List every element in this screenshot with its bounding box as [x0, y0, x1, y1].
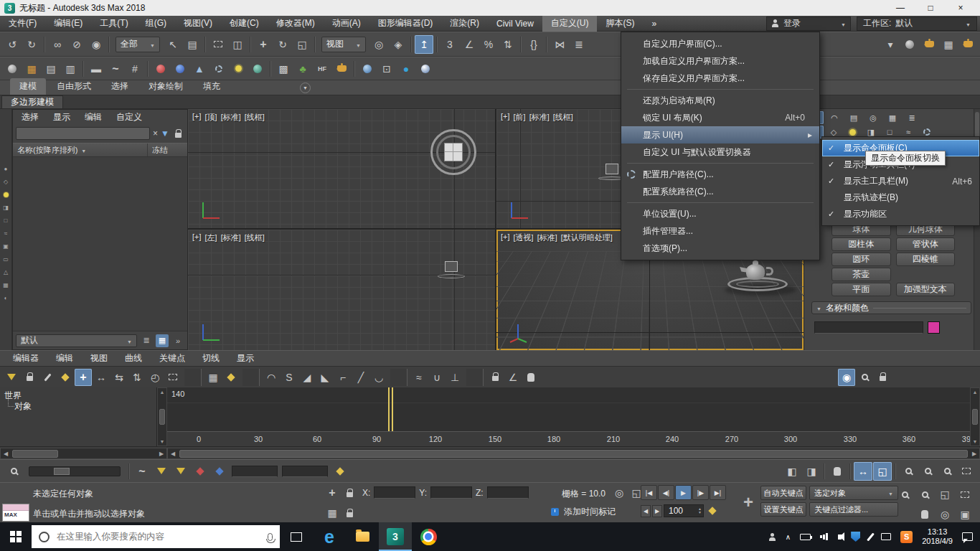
- schematic-view-icon[interactable]: #: [126, 60, 144, 78]
- name-color-rollout-header[interactable]: 名称和颜色: [811, 301, 971, 314]
- tree-item-objects[interactable]: 对象: [14, 401, 156, 412]
- button-teapot[interactable]: 茶壶: [831, 268, 891, 281]
- menubar-overflow[interactable]: »: [643, 16, 665, 32]
- value-slider[interactable]: [29, 466, 121, 476]
- monitor-icon[interactable]: ⊡: [377, 60, 396, 78]
- mce-menu-curves[interactable]: 曲线: [116, 352, 151, 364]
- menu-create[interactable]: 创建(C): [221, 16, 268, 32]
- viewport-label-part[interactable]: [线框]: [245, 232, 265, 243]
- scale-keys-icon[interactable]: ⇆: [110, 369, 128, 386]
- percent-snap-toggle-icon[interactable]: %: [479, 35, 498, 54]
- search-input[interactable]: [55, 531, 262, 542]
- object-name-field[interactable]: [814, 321, 923, 334]
- blue-sphere-icon[interactable]: [171, 60, 189, 78]
- network-button[interactable]: [820, 533, 829, 540]
- display-helpers-icon[interactable]: □: [1, 215, 11, 225]
- menu-customize[interactable]: 自定义(U): [542, 16, 598, 32]
- minimize-button[interactable]: —: [885, 0, 915, 16]
- menu-item[interactable]: [627, 202, 814, 203]
- use-pivot-point-center-icon[interactable]: ◎: [369, 35, 388, 54]
- object-color-swatch[interactable]: [928, 321, 940, 334]
- snaps-toggle-icon[interactable]: 3: [440, 35, 459, 54]
- x-coordinate-field[interactable]: [374, 486, 415, 499]
- menu-edit[interactable]: 编辑(E): [45, 16, 91, 32]
- polygon-modeling-tab[interactable]: 多边形建模: [1, 95, 63, 108]
- key-set-icon[interactable]: ◨: [802, 462, 821, 481]
- go-to-end-button[interactable]: ▶|: [710, 485, 726, 500]
- file-explorer-button[interactable]: [346, 522, 379, 551]
- menu-item-units-setup[interactable]: 单位设置(U)...: [621, 205, 819, 222]
- teapot-render-icon[interactable]: [332, 60, 351, 78]
- viewport-label-part[interactable]: [+]: [501, 112, 510, 123]
- zoom-all-icon[interactable]: [915, 485, 934, 504]
- layer-hierarchy-icon[interactable]: ▦: [156, 334, 169, 347]
- key-mode-toggle-icon[interactable]: [705, 504, 720, 517]
- scene-explorer-icon[interactable]: ▥: [61, 60, 80, 78]
- menu-item-show-ui[interactable]: 显示 UI(H): [621, 126, 819, 143]
- display-groups-icon[interactable]: ▣: [1, 241, 11, 251]
- parameter-curves-icon[interactable]: ≈: [410, 369, 428, 386]
- spinner-snap-toggle-icon[interactable]: ⇅: [499, 35, 517, 54]
- key-value-field[interactable]: [282, 466, 328, 477]
- display-floater-icon[interactable]: ▦: [22, 60, 41, 78]
- explorer-menu-display[interactable]: 显示: [46, 111, 77, 123]
- maximize-viewport-toggle-icon[interactable]: ▣: [956, 505, 974, 524]
- sogou-input-button[interactable]: S: [900, 531, 913, 543]
- menu-item-configure-system-paths[interactable]: 配置系统路径(C)...: [621, 183, 819, 200]
- select-by-name-icon[interactable]: ▤: [183, 35, 202, 54]
- toolbar-icon[interactable]: [354, 61, 355, 77]
- rendered-frame-window-icon[interactable]: ▦: [939, 35, 958, 54]
- next-key-button[interactable]: ▶: [652, 505, 662, 517]
- viewport-label-part[interactable]: [+]: [192, 232, 202, 243]
- isolate-curve-icon[interactable]: [874, 369, 891, 386]
- zoom-extents-all-icon[interactable]: ◱: [936, 485, 954, 504]
- toolbar-icon[interactable]: [83, 61, 84, 77]
- menu-item[interactable]: [627, 89, 814, 90]
- button-cylinder[interactable]: 圆柱体: [831, 237, 891, 251]
- button-plane[interactable]: 平面: [831, 283, 891, 296]
- key-filters-button[interactable]: 关键点过滤器...: [809, 502, 898, 517]
- tab-object-paint[interactable]: 对象绘制: [139, 78, 192, 95]
- tangent-spline-icon[interactable]: S: [281, 369, 298, 386]
- previous-frame-button[interactable]: ◀|: [658, 485, 674, 500]
- viewport-label-part[interactable]: [透视]: [514, 232, 534, 243]
- toolbar-icon[interactable]: [895, 463, 896, 479]
- layer-dropdown[interactable]: 默认: [16, 334, 137, 347]
- select-object-icon[interactable]: ↖: [164, 35, 182, 54]
- submenu-item-show-ribbon[interactable]: 显示功能区: [822, 206, 979, 222]
- button-pyramid[interactable]: 四棱锥: [896, 253, 956, 266]
- mce-menu-keys[interactable]: 关键点: [151, 352, 194, 364]
- move-keys-icon[interactable]: +: [75, 369, 92, 386]
- red-sphere-icon[interactable]: [151, 60, 170, 78]
- edit-named-selection-sets-icon[interactable]: {}: [524, 35, 543, 54]
- key-region[interactable]: 140 030609012015018021024027030033036039…: [167, 387, 970, 446]
- toolbar-icon[interactable]: [270, 61, 271, 77]
- foliage-icon[interactable]: ♣: [293, 60, 312, 78]
- zoom-region-icon[interactable]: [957, 462, 976, 481]
- show-keyable-icons-icon[interactable]: [222, 369, 240, 386]
- menu-item[interactable]: [627, 163, 814, 164]
- z-coordinate-field[interactable]: [487, 486, 529, 499]
- transform-gizmo-icon[interactable]: +: [324, 486, 340, 500]
- chrome-app-button[interactable]: [412, 522, 445, 551]
- play-button[interactable]: ▶: [675, 485, 692, 500]
- keyboard-shortcut-override-icon[interactable]: ↥: [415, 35, 433, 54]
- mce-menu-editor[interactable]: 编辑器: [4, 352, 47, 364]
- set-key-button[interactable]: 设置关键点: [760, 502, 806, 517]
- modify-tab-icon[interactable]: ◠: [826, 111, 843, 124]
- buffer-curves-icon[interactable]: ∪: [428, 369, 446, 386]
- toolbar-icon[interactable]: [44, 37, 45, 52]
- hierarchy-tab-icon[interactable]: ▤: [845, 111, 862, 124]
- menu-item-configure-user-paths[interactable]: 配置用户路径(C)...: [621, 166, 819, 183]
- spinner-icon[interactable]: ▲▼: [698, 507, 702, 514]
- zoom-horiz-extents-icon[interactable]: ↔: [854, 462, 872, 481]
- pen-settings-button[interactable]: [870, 532, 872, 542]
- time-slider-marker[interactable]: [388, 387, 390, 431]
- explorer-menu-customize[interactable]: 自定义: [109, 111, 149, 123]
- slide-keys-icon[interactable]: ↔: [93, 369, 110, 386]
- menu-file[interactable]: 文件(F): [0, 16, 45, 32]
- close-button[interactable]: ×: [946, 0, 976, 16]
- zoom-values-icon[interactable]: [918, 462, 937, 481]
- tree-scrollbar[interactable]: ▲▼: [157, 387, 167, 446]
- grid-helper-icon[interactable]: ▩: [274, 60, 293, 78]
